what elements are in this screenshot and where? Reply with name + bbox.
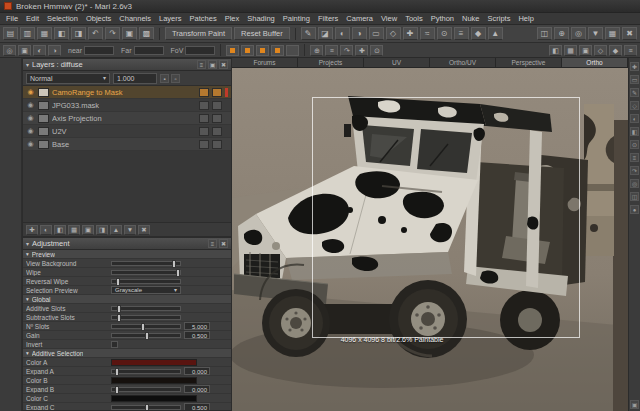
adjustment-row[interactable]: ▾ Expand C 0.500 0.500 ▾ (23, 403, 231, 410)
menu-item[interactable]: Tools (401, 14, 427, 23)
adjustment-row[interactable]: ▾ Color C ▾ (23, 394, 231, 403)
eraser-icon[interactable]: ◪ (318, 27, 333, 40)
save-project-icon[interactable]: ▦ (37, 27, 52, 40)
close-palette-icon[interactable]: ✖ (219, 239, 228, 248)
adjustment-row[interactable]: ▾ View Background ▾ (23, 259, 231, 268)
slice-icon[interactable]: ◧ (630, 127, 639, 136)
layer-name[interactable]: Axis Projection (52, 114, 196, 123)
palette-menu-icon[interactable]: ≡ (197, 60, 206, 69)
reset-buffer-button[interactable]: Reset Buffer (234, 27, 290, 40)
delete-layer-icon[interactable]: ✖ (138, 225, 150, 235)
rotate-icon[interactable]: ↷ (630, 166, 639, 175)
transform-tool-icon[interactable]: ◆ (471, 27, 486, 40)
layer-mask-icon[interactable] (212, 101, 222, 110)
layer-name[interactable]: CamoRange to Mask (52, 88, 196, 97)
adjustment-row[interactable]: ▾ Preview ▾ (23, 250, 231, 259)
blend-mode-dropdown[interactable]: Normal ▾ (26, 73, 110, 84)
dropdown-icon[interactable]: ▼ (588, 27, 603, 40)
blur-icon[interactable]: ◐ (630, 114, 639, 123)
rotate-view-icon[interactable]: ↷ (340, 45, 353, 56)
layer-name[interactable]: JPG033.mask (52, 101, 196, 110)
layer-adjustment-icon[interactable] (199, 127, 209, 136)
add-adjustment-icon[interactable]: ◐ (40, 225, 52, 235)
collapse-icon[interactable]: ▾ (26, 61, 29, 68)
color-swatch[interactable] (111, 395, 197, 402)
view-transform-icon[interactable]: ≡ (325, 45, 338, 56)
menu-item[interactable]: View (377, 14, 401, 23)
layer-row[interactable]: ◉ CamoRange to Mask (23, 86, 231, 99)
export-icon[interactable]: ◨ (71, 27, 86, 40)
layer-mask-icon[interactable] (212, 127, 222, 136)
visibility-eye-icon[interactable]: ◉ (26, 88, 35, 96)
zoom-icon[interactable]: ⊙ (630, 140, 639, 149)
clone-stamp-icon[interactable]: ◑ (352, 27, 367, 40)
paint-through-toggle[interactable] (226, 45, 239, 56)
adjustment-value-field[interactable]: 5.000 (184, 322, 210, 330)
adjustment-slider[interactable] (111, 333, 181, 338)
redo-icon[interactable]: ↷ (105, 27, 120, 40)
menu-item[interactable]: Camera (342, 14, 377, 23)
adjustment-row[interactable]: ▾ Selection Preview Grayscale Grayscale … (23, 286, 231, 295)
far-clip-input[interactable] (134, 46, 164, 55)
adjustment-slider[interactable] (111, 315, 181, 320)
undo-icon[interactable]: ↶ (88, 27, 103, 40)
paste-icon[interactable]: ▩ (139, 27, 154, 40)
slider-handle[interactable] (117, 305, 121, 313)
edge-mask-toggle[interactable] (241, 45, 254, 56)
menu-item[interactable]: Patches (186, 14, 221, 23)
isolate-icon[interactable]: ▣ (579, 45, 592, 56)
vector-icon[interactable]: ◇ (630, 101, 639, 110)
slider-handle[interactable] (115, 386, 119, 394)
adjustment-value-field[interactable]: 0.500 (184, 331, 210, 339)
lighting-icon[interactable]: ◐ (33, 45, 46, 56)
adjustment-slider[interactable] (111, 387, 181, 392)
mirror-icon[interactable]: ◫ (630, 192, 639, 201)
adjustment-value-field[interactable] (184, 268, 210, 276)
adjustment-slider[interactable] (111, 279, 181, 284)
slider-handle[interactable] (145, 404, 149, 411)
menu-item[interactable]: Shading (243, 14, 279, 23)
adjustment-row[interactable]: ▾ Nº Slots 5.000 5.000 ▾ (23, 322, 231, 331)
group-layers-icon[interactable]: ▦ (68, 225, 80, 235)
grid-icon[interactable]: ▦ (605, 27, 620, 40)
adjustment-row[interactable]: ▾ Expand B 0.000 0.000 ▾ (23, 385, 231, 394)
fill-tool-icon[interactable]: ✚ (403, 27, 418, 40)
add-layer-icon[interactable]: ✚ (26, 225, 38, 235)
shading-mode-icon[interactable]: ◆ (609, 45, 622, 56)
viewport-tab[interactable]: Forums (232, 58, 298, 67)
detach-palette-icon[interactable]: ▣ (208, 60, 217, 69)
viewport-tab[interactable]: UV (364, 58, 430, 67)
menu-item[interactable]: Nuke (458, 14, 484, 23)
adjustment-row[interactable]: ▾ Gain 0.500 0.500 ▾ (23, 331, 231, 340)
adjustment-row[interactable]: ▾ Expand A 0.000 0.000 ▾ (23, 367, 231, 376)
select-objects-icon[interactable]: ▭ (630, 75, 639, 84)
zoom-view-icon[interactable]: ⊙ (370, 45, 383, 56)
fov-input[interactable] (185, 46, 215, 55)
layer-adjustment-icon[interactable] (199, 140, 209, 149)
adjustment-row[interactable]: ▾ Global ▾ (23, 295, 231, 304)
adjustment-slider[interactable] (111, 261, 181, 266)
adjustment-row[interactable]: ▾ Additive Selection ▾ (23, 349, 231, 358)
menu-item[interactable]: Filters (314, 14, 342, 23)
adjustment-row[interactable]: ▾ Additive Slots ▾ (23, 304, 231, 313)
new-project-icon[interactable]: ▤ (3, 27, 18, 40)
slider-handle[interactable] (117, 314, 121, 322)
close-icon[interactable]: ✖ (622, 27, 637, 40)
adjustment-value-field[interactable] (184, 304, 210, 312)
viewport-tab[interactable]: Ortho/UV (430, 58, 496, 67)
adjustment-value-field[interactable]: 0.500 (184, 403, 210, 410)
projection-icon[interactable]: ⊕ (310, 45, 323, 56)
adjustment-row[interactable]: ▾ Color B ▾ (23, 376, 231, 385)
slider-handle[interactable] (141, 323, 145, 331)
add-channel-icon[interactable]: ⊕ (554, 27, 569, 40)
layer-amount-field[interactable]: 1.000 (113, 73, 157, 84)
slider-handle[interactable] (115, 368, 119, 376)
viewport-tab[interactable]: Projects (298, 58, 364, 67)
move-layer-down-icon[interactable]: ▼ (124, 225, 136, 235)
palette-menu-icon[interactable]: ≡ (208, 239, 217, 248)
eyedropper-icon[interactable]: ⊙ (437, 27, 452, 40)
cache-layer-icon[interactable]: ▫ (171, 74, 180, 83)
layer-mask-icon[interactable] (212, 114, 222, 123)
adjustment-slider[interactable] (111, 306, 181, 311)
open-project-icon[interactable]: ▥ (20, 27, 35, 40)
